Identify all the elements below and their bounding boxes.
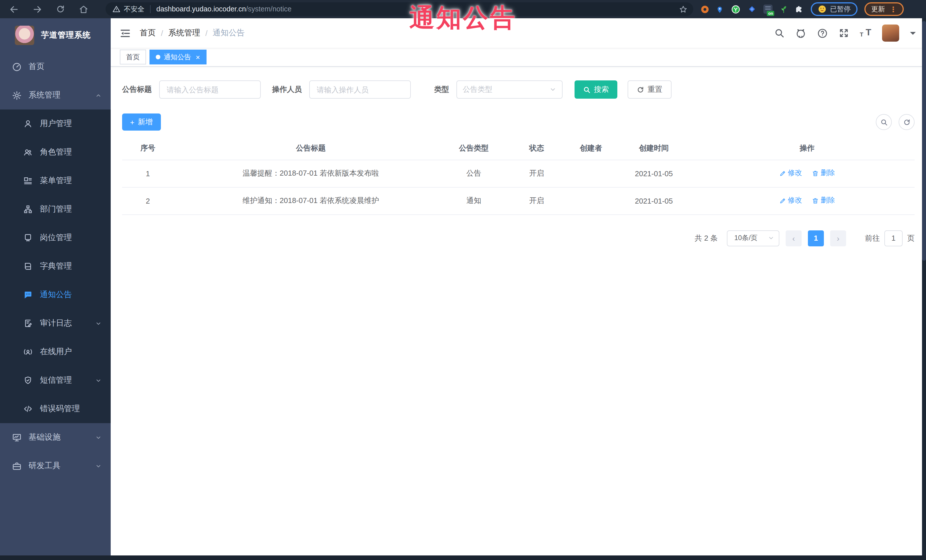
update-pill[interactable]: 更新 ⋮ (864, 2, 904, 16)
sidebar-item-label: 角色管理 (40, 147, 72, 157)
cell-status: 开启 (499, 160, 574, 187)
tab-close-icon[interactable]: × (196, 53, 200, 61)
page-number-button[interactable]: 1 (808, 230, 824, 246)
fullscreen-icon[interactable] (839, 28, 849, 38)
delete-link[interactable]: 删除 (812, 169, 835, 178)
edit-link-label: 修改 (788, 196, 802, 205)
sidebar-item-system[interactable]: 系统管理 (0, 81, 111, 110)
help-icon[interactable] (817, 28, 828, 38)
github-icon[interactable] (795, 28, 806, 38)
filter-form: 公告标题 操作人员 类型 公告类型 搜索 (122, 80, 915, 99)
sidebar-logo[interactable]: 芋道管理系统 (0, 18, 111, 53)
browser-menu-dots-icon[interactable]: ⋮ (890, 5, 897, 14)
user-icon (23, 119, 33, 128)
forward-icon[interactable] (33, 4, 42, 14)
next-page-button[interactable]: › (830, 230, 846, 246)
refresh-table-button[interactable] (899, 114, 915, 130)
sidebar-item-label: 部门管理 (40, 204, 72, 214)
scrollbar-thumb[interactable] (922, 21, 926, 261)
add-button[interactable]: + 新增 (122, 113, 160, 131)
sms-shield-icon (23, 376, 33, 385)
peoples-icon (23, 148, 33, 157)
tab-home[interactable]: 首页 (120, 50, 146, 65)
diamond-extension-icon[interactable] (747, 5, 757, 14)
sidebar-item-posts[interactable]: 岗位管理 (0, 223, 111, 252)
pin-extension-icon[interactable] (716, 5, 724, 14)
table-toolbar: + 新增 (122, 113, 915, 131)
sidebar-item-error-codes[interactable]: 错误码管理 (0, 395, 111, 423)
sidebar-item-sms[interactable]: 短信管理 (0, 366, 111, 395)
sidebar-item-menus[interactable]: 菜单管理 (0, 166, 111, 195)
avatar-caret-icon[interactable] (910, 32, 916, 37)
logo-image (15, 26, 34, 45)
reload-icon[interactable] (56, 5, 65, 14)
cell-created: 2021-01-05 (608, 160, 700, 187)
sidebar-item-label: 系统管理 (29, 90, 61, 100)
main-area: 首页 / 系统管理 / 通知公告 首页 (111, 18, 926, 560)
sidebar-item-notice[interactable]: 通知公告 (0, 281, 111, 309)
window-bottom-edge (0, 555, 926, 560)
sidebar-item-home[interactable]: 首页 (0, 53, 111, 81)
breadcrumb-system[interactable]: 系统管理 (168, 28, 200, 38)
delete-link[interactable]: 删除 (812, 196, 835, 205)
sidebar-item-dev-tools[interactable]: 研发工具 (0, 452, 111, 480)
audit-log-icon (23, 319, 33, 328)
page-unit-label: 页 (907, 233, 915, 243)
leaf-extension-icon[interactable] (779, 5, 788, 14)
sidebar-item-online-users[interactable]: 在线用户 (0, 338, 111, 366)
sidebar-fold-icon[interactable] (120, 28, 131, 38)
sidebar-item-dict[interactable]: 字典管理 (0, 252, 111, 281)
goto-page-input[interactable] (884, 230, 903, 246)
proxy-extension-icon[interactable]: on (763, 5, 773, 14)
sidebar: 芋道管理系统 首页 系统管理 用户管理 (0, 18, 111, 560)
chevron-down-icon (95, 377, 101, 383)
sidebar-item-audit-log[interactable]: 审计日志 (0, 309, 111, 338)
sidebar-item-label: 字典管理 (40, 261, 72, 272)
user-avatar[interactable] (882, 24, 899, 42)
sidebar-item-infrastructure[interactable]: 基础设施 (0, 423, 111, 452)
col-header-created: 创建时间 (608, 137, 700, 160)
message-icon (23, 290, 33, 299)
chevron-up-icon (95, 92, 101, 98)
cell-no: 2 (122, 187, 174, 214)
back-icon[interactable] (9, 4, 19, 14)
plus-icon: + (130, 118, 135, 126)
green-circle-extension-icon[interactable] (731, 4, 741, 14)
col-header-type: 公告类型 (448, 137, 499, 160)
extensions-puzzle-icon[interactable] (795, 5, 804, 14)
bookmark-star-icon[interactable] (679, 5, 687, 14)
search-icon[interactable] (774, 28, 784, 38)
tab-notice[interactable]: 通知公告 × (150, 50, 206, 65)
breadcrumb-home[interactable]: 首页 (140, 28, 156, 38)
sidebar-item-departments[interactable]: 部门管理 (0, 195, 111, 223)
chevron-down-icon (549, 86, 556, 93)
home-icon[interactable] (79, 4, 88, 14)
sidebar-item-label: 岗位管理 (40, 232, 72, 243)
edit-link[interactable]: 修改 (779, 196, 802, 205)
trash-icon (812, 197, 819, 204)
edit-link[interactable]: 修改 (779, 169, 802, 178)
monitor-icon (11, 433, 22, 442)
search-button[interactable]: 搜索 (575, 80, 617, 99)
page-content: 公告标题 操作人员 类型 公告类型 搜索 (111, 67, 926, 246)
title-filter-input[interactable] (159, 80, 261, 99)
sidebar-item-roles[interactable]: 角色管理 (0, 138, 111, 166)
operator-filter-input[interactable] (309, 80, 411, 99)
sidebar-item-users[interactable]: 用户管理 (0, 110, 111, 138)
page-size-value: 10条/页 (734, 233, 757, 243)
security-label[interactable]: 不安全 (124, 4, 144, 14)
reset-button[interactable]: 重置 (628, 80, 672, 99)
table-row: 1 温馨提醒：2018-07-01 若依新版本发布啦 公告 开启 2021-01… (122, 160, 915, 187)
profile-paused-pill[interactable]: 已暂停 (811, 2, 858, 16)
type-select-placeholder: 公告类型 (463, 85, 492, 95)
type-select[interactable]: 公告类型 (457, 80, 563, 99)
page-size-select[interactable]: 10条/页 (727, 230, 779, 246)
prev-page-button[interactable]: ‹ (786, 230, 802, 246)
hide-search-button[interactable] (876, 114, 892, 130)
font-size-icon[interactable] (860, 28, 871, 38)
sidebar-item-label: 基础设施 (29, 432, 61, 442)
adblock-extension-icon[interactable] (701, 5, 709, 13)
address-bar[interactable]: 不安全 dashboard.yudao.iocoder.cn/system/no… (106, 2, 693, 16)
cell-created: 2021-01-05 (608, 187, 700, 214)
chevron-down-icon (95, 463, 101, 469)
